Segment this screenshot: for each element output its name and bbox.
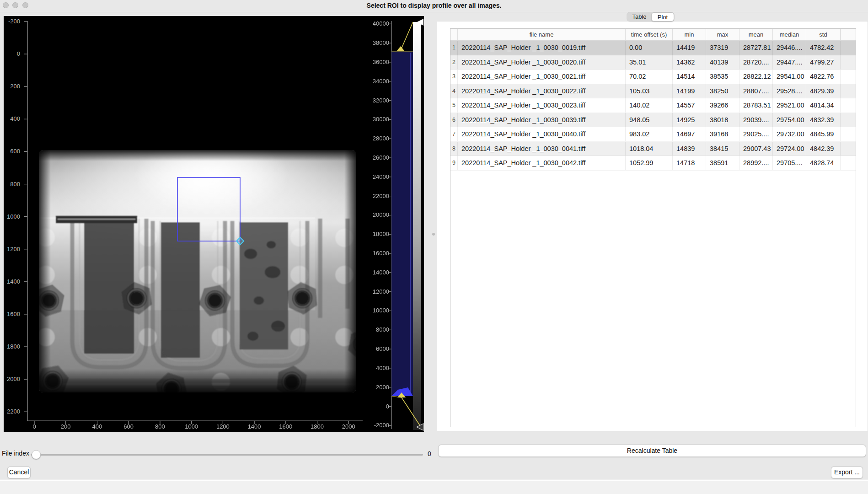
cell-file: 20220114_SAP_Holder _1_0030_0040.tiff — [458, 127, 626, 141]
column-header-time[interactable]: time offset (s) — [626, 29, 673, 40]
cell-std: 4832.39 — [806, 113, 841, 127]
file-index-label: File index — [2, 450, 29, 457]
column-header-file[interactable]: file name — [458, 29, 626, 40]
view-tabbar: Table Plot — [627, 12, 674, 21]
cell-median: 29705.... — [773, 156, 806, 170]
sample-bar-3 — [240, 222, 288, 349]
cell-file: 20220114_SAP_Holder _1_0030_0023.tiff — [458, 98, 626, 113]
cell-std: 4814.34 — [806, 98, 841, 113]
row-number: 5 — [450, 98, 458, 113]
cell-median: 29447.... — [773, 55, 806, 70]
xray-image — [32, 114, 380, 408]
cell-max: 38018 — [706, 113, 739, 127]
file-index-slider-thumb[interactable] — [32, 450, 41, 459]
status-strip — [0, 480, 868, 494]
row-number: 7 — [450, 127, 458, 141]
colorbar — [391, 19, 423, 430]
cell-max: 38591 — [706, 156, 739, 170]
statistics-table: file nametime offset (s)minmaxmeanmedian… — [450, 28, 856, 427]
histogram-area — [391, 51, 413, 396]
tab-table[interactable]: Table — [627, 12, 652, 21]
sample-bar-2 — [161, 222, 200, 358]
cell-median: 29541.00 — [773, 70, 806, 84]
cell-max: 38250 — [706, 84, 739, 98]
row-number: 3 — [450, 70, 458, 84]
cell-min: 14697 — [673, 127, 706, 141]
cell-std: 4842.39 — [806, 142, 841, 156]
top-left-bar — [56, 216, 137, 223]
cell-mean: 29007.43 — [739, 142, 773, 156]
column-header-max[interactable]: max — [706, 29, 739, 40]
cell-max: 39266 — [706, 98, 739, 113]
cell-median: 29732.00 — [773, 127, 806, 141]
cell-max: 38535 — [706, 70, 739, 84]
file-index-slider-track[interactable] — [31, 454, 423, 456]
cell-time: 983.02 — [626, 127, 673, 141]
cell-min: 14718 — [673, 156, 706, 170]
cell-std: 4799.27 — [806, 55, 841, 70]
cell-median: 29446.... — [773, 41, 806, 55]
cell-max: 40139 — [706, 55, 739, 70]
row-number: 4 — [450, 84, 458, 98]
cell-mean: 28822.12 — [739, 70, 773, 84]
column-header-min[interactable]: min — [673, 29, 706, 40]
column-header-median[interactable]: median — [773, 29, 806, 40]
table-row[interactable]: 820220114_SAP_Holder _1_0030_0041.tiff10… — [450, 142, 856, 156]
cell-median: 29521.00 — [773, 98, 806, 113]
cell-max: 38415 — [706, 142, 739, 156]
table-row[interactable]: 320220114_SAP_Holder _1_0030_0021.tiff70… — [450, 70, 856, 84]
cancel-button[interactable]: Cancel — [7, 467, 31, 478]
colorbar-gradient-strip — [413, 22, 421, 430]
table-body: 120220114_SAP_Holder _1_0030_0019.tiff0.… — [450, 41, 856, 171]
column-header-std[interactable]: std — [806, 29, 841, 40]
table-row[interactable]: 720220114_SAP_Holder _1_0030_0040.tiff98… — [450, 127, 856, 142]
image-plot-panel: -200020040060080010001200140016001800200… — [4, 16, 424, 432]
cell-std: 4845.99 — [806, 127, 841, 141]
cell-file: 20220114_SAP_Holder _1_0030_0022.tiff — [458, 84, 626, 98]
cell-mean: 28783.51 — [739, 98, 773, 113]
cell-time: 35.01 — [626, 55, 673, 70]
cell-min: 14199 — [673, 84, 706, 98]
cell-time: 1018.04 — [626, 142, 673, 156]
cell-file: 20220114_SAP_Holder _1_0030_0019.tiff — [458, 41, 626, 55]
cell-file: 20220114_SAP_Holder _1_0030_0041.tiff — [458, 142, 626, 156]
cell-time: 105.03 — [626, 84, 673, 98]
cell-min: 14557 — [673, 98, 706, 113]
cell-std: 4822.76 — [806, 70, 841, 84]
cell-mean: 28720.... — [739, 55, 773, 70]
cell-file: 20220114_SAP_Holder _1_0030_0039.tiff — [458, 113, 626, 127]
table-row[interactable]: 220220114_SAP_Holder _1_0030_0020.tiff35… — [450, 55, 856, 70]
recalculate-table-button[interactable]: Recalculate Table — [438, 445, 866, 457]
row-number: 2 — [450, 55, 458, 70]
cell-median: 29528.... — [773, 84, 806, 98]
cell-std: 4782.42 — [806, 41, 841, 55]
table-row[interactable]: 420220114_SAP_Holder _1_0030_0022.tiff10… — [450, 84, 856, 99]
cell-std: 4829.39 — [806, 84, 841, 98]
file-index-value: 0 — [424, 450, 434, 457]
row-number: 6 — [450, 113, 458, 127]
table-header: file nametime offset (s)minmaxmeanmedian… — [450, 29, 856, 41]
cell-time: 140.02 — [626, 98, 673, 113]
cell-min: 14362 — [673, 55, 706, 70]
cell-mean: 28992.... — [739, 156, 773, 170]
table-row[interactable]: 520220114_SAP_Holder _1_0030_0023.tiff14… — [450, 98, 856, 113]
cell-std: 4828.74 — [806, 156, 841, 170]
cell-file: 20220114_SAP_Holder _1_0030_0021.tiff — [458, 70, 626, 84]
row-number: 9 — [450, 156, 458, 170]
window-title: Select ROI to display profile over all i… — [0, 2, 868, 9]
cell-max: 37319 — [706, 41, 739, 55]
tab-plot[interactable]: Plot — [651, 12, 674, 21]
cell-time: 948.05 — [626, 113, 673, 127]
image-plot-canvas[interactable] — [4, 16, 424, 432]
cell-max: 39168 — [706, 127, 739, 141]
table-row[interactable]: 620220114_SAP_Holder _1_0030_0039.tiff94… — [450, 113, 856, 128]
export-button[interactable]: Export ... — [831, 467, 863, 478]
table-row[interactable]: 920220114_SAP_Holder _1_0030_0042.tiff10… — [450, 156, 856, 171]
cell-mean: 28807.... — [739, 84, 773, 98]
cell-mean: 29025.... — [739, 127, 773, 141]
cell-time: 0.00 — [626, 41, 673, 55]
column-header-mean[interactable]: mean — [739, 29, 773, 40]
table-row[interactable]: 120220114_SAP_Holder _1_0030_0019.tiff0.… — [450, 41, 856, 55]
cell-file: 20220114_SAP_Holder _1_0030_0042.tiff — [458, 156, 626, 170]
pane-splitter-handle[interactable] — [432, 233, 435, 236]
